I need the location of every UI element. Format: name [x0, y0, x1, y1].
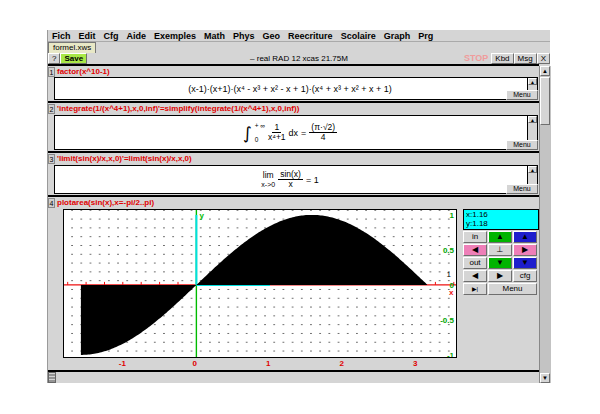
scrollbar-thumb[interactable] [540, 77, 550, 125]
entry-2-answer-box: ∫ + ∞ 0 1 x⁴+1 dx = (π·√2) 4 ▲ ▼ [54, 115, 538, 150]
menu-bar: Fich Edit Cfg Aide Exemples Math Phys Ge… [48, 30, 550, 41]
scrollbar-up-icon[interactable]: ▲ [540, 66, 550, 76]
down-arrow-icon: ▼ [521, 258, 529, 267]
x-tick-label: 2 [339, 359, 343, 368]
menu-fich[interactable]: Fich [48, 31, 75, 41]
entry-1-number[interactable]: 1 [48, 67, 55, 77]
save-button[interactable]: Save [60, 53, 87, 64]
kbd-button[interactable]: Kbd [491, 53, 513, 64]
plot-canvas[interactable]: yx10.50-0.5-11 [63, 209, 457, 358]
menu-geo[interactable]: Geo [259, 31, 285, 41]
svg-text:y: y [199, 211, 204, 220]
bottom-strip [48, 372, 539, 383]
scroll-up-icon[interactable]: ▲ [528, 78, 537, 85]
entry-2-number[interactable]: 2 [48, 104, 55, 114]
resize-grip[interactable] [48, 372, 56, 383]
svg-text:-1: -1 [447, 351, 455, 357]
step-forward-button[interactable]: ▶| [463, 283, 487, 295]
menu-exemples[interactable]: Exemples [150, 31, 200, 41]
help-button[interactable]: ? [48, 53, 60, 64]
menu-graph[interactable]: Graph [380, 31, 415, 41]
origin-axes-icon: ⊥ [497, 245, 504, 254]
entry-1-menu-button[interactable]: Menu [506, 90, 538, 100]
y-zoom-down-button[interactable]: ▼ [513, 257, 537, 269]
scroll-up-icon[interactable]: ▲ [528, 116, 537, 123]
scroll-up-icon[interactable]: ▲ [528, 166, 537, 173]
pan-right-button[interactable]: ▶ [513, 244, 537, 256]
scrollbar-down-icon[interactable]: ▼ [540, 373, 550, 383]
entry-1-input-row: 1 factor(x^10-1) [48, 66, 538, 77]
svg-text:-0.5: -0.5 [440, 316, 454, 325]
entry-3-menu-button[interactable]: Menu [506, 184, 538, 194]
pan-up-button[interactable]: ▲ [488, 231, 512, 243]
right-arrow-icon: ▶ [497, 271, 503, 280]
entry-1-command-input[interactable]: factor(x^10-1) [57, 67, 110, 76]
step-left-button[interactable]: ◀ [463, 270, 487, 282]
menu-edit[interactable]: Edit [75, 31, 100, 41]
entry-1-answer: (x-1)·(x+1)·(x⁴ - x³ + x² - x + 1)·(x⁴ +… [55, 78, 537, 99]
close-button[interactable]: X [537, 53, 550, 64]
entry-3-answer-box: lim x->0 sin(x) x = 1 ▲ ▼ [54, 165, 538, 194]
entry-3-number[interactable]: 3 [48, 154, 55, 164]
step-forward-icon: ▶| [472, 286, 478, 292]
session-toolbar: – real RAD 12 xcas 21.75M ? Save STOP Kb… [48, 52, 550, 64]
entry-2-command-input[interactable]: 'integrate(1/(x^4+1),x,0,inf)'=simplify(… [57, 104, 299, 113]
svg-text:1: 1 [450, 211, 455, 220]
integral-icon: ∫ [243, 124, 252, 142]
graph-control-panel: x:1.16 y:1.18 in ▲ ▲ ◀ ⊥ ▶ out ▼ ▼ ◀ ▶ c… [463, 209, 539, 295]
stop-button[interactable]: STOP [461, 53, 491, 63]
menu-scolaire[interactable]: Scolaire [337, 31, 380, 41]
graph-menu-button[interactable]: Menu [488, 283, 537, 295]
entry-4-input-row: 4 plotarea(sin(x),x=-pi/2..pi) [48, 197, 538, 208]
menu-math[interactable]: Math [200, 31, 229, 41]
msg-button[interactable]: Msg [514, 53, 537, 64]
entry-2-input-row: 2 'integrate(1/(x^4+1),x,0,inf)'=simplif… [48, 103, 538, 114]
up-arrow-icon: ▲ [521, 232, 529, 241]
limit-word: lim [263, 171, 274, 180]
up-arrow-icon: ▲ [496, 232, 504, 241]
menu-reecriture[interactable]: Reecriture [284, 31, 337, 41]
center-origin-button[interactable]: ⊥ [488, 244, 512, 256]
integral-upper-bound: + ∞ [255, 122, 265, 129]
pan-left-button[interactable]: ◀ [463, 244, 487, 256]
zoom-out-button[interactable]: out [463, 257, 487, 269]
cursor-y: y:1.18 [466, 219, 538, 228]
svg-text:0: 0 [450, 281, 455, 290]
limit-denominator: x [288, 180, 292, 189]
entry-4-number[interactable]: 4 [48, 198, 55, 208]
step-right-button[interactable]: ▶ [488, 270, 512, 282]
entry-4-command-input[interactable]: plotarea(sin(x),x=-pi/2..pi) [57, 198, 154, 207]
right-arrow-icon: ▶ [522, 245, 528, 254]
x-tick-label: 0 [192, 359, 196, 368]
menu-cfg[interactable]: Cfg [100, 31, 123, 41]
svg-text:0.5: 0.5 [443, 246, 455, 255]
menu-phys[interactable]: Phys [229, 31, 259, 41]
cfg-button[interactable]: cfg [513, 270, 537, 282]
entry-3-input-row: 3 'limit(sin(x)/x,x,0)'=limit(sin(x)/x,x… [48, 153, 538, 164]
svg-text:1: 1 [446, 270, 451, 279]
limit-subscript: x->0 [261, 180, 275, 189]
cursor-coordinates: x:1.16 y:1.18 [463, 209, 539, 230]
entry-2-answer: ∫ + ∞ 0 1 x⁴+1 dx = (π·√2) 4 [55, 116, 537, 149]
integral-lower-bound: 0 [255, 136, 265, 143]
limit-result: = 1 [306, 175, 319, 185]
screenshot-canvas: Fich Edit Cfg Aide Exemples Math Phys Ge… [0, 0, 600, 414]
xcas-window: Fich Edit Cfg Aide Exemples Math Phys Ge… [47, 30, 550, 383]
x-tick-label: 3 [413, 359, 417, 368]
menu-aide[interactable]: Aide [123, 31, 151, 41]
menu-prg[interactable]: Prg [414, 31, 437, 41]
x-tick-label: 1 [266, 359, 270, 368]
zoom-in-button[interactable]: in [463, 231, 487, 243]
down-arrow-icon: ▼ [496, 258, 504, 267]
y-zoom-up-button[interactable]: ▲ [513, 231, 537, 243]
session-scrollbar[interactable]: ▲ ▼ [539, 66, 551, 383]
differential: dx [289, 128, 299, 138]
left-arrow-icon: ◀ [472, 271, 478, 280]
x-axis-tick-labels: -10123 [48, 359, 478, 369]
cursor-x: x:1.16 [466, 210, 538, 219]
entry-2-menu-button[interactable]: Menu [506, 140, 538, 150]
pan-down-button[interactable]: ▼ [488, 257, 512, 269]
equals-sign: = [301, 128, 306, 138]
sine-area-plot: yx10.50-0.5-11 [64, 210, 456, 357]
entry-3-command-input[interactable]: 'limit(sin(x)/x,x,0)'=limit(sin(x)/x,x,0… [57, 154, 192, 163]
